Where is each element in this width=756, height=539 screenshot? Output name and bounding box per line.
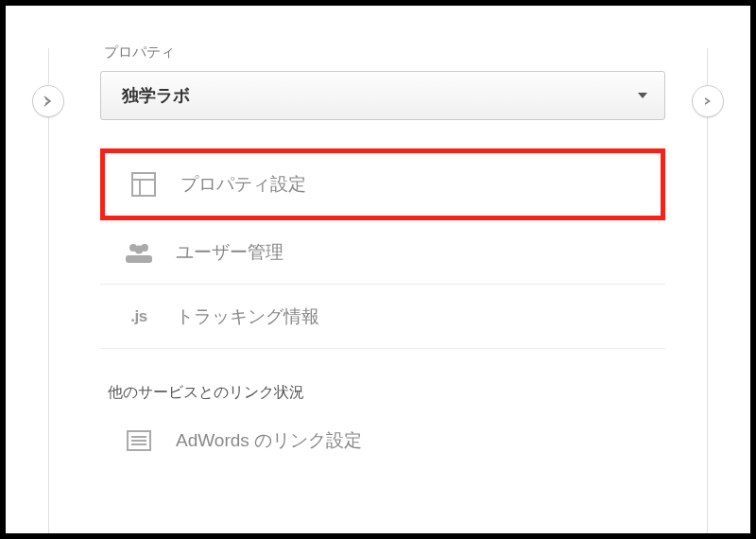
- divider-left-bottom: [48, 117, 49, 533]
- divider-left-top: [48, 48, 49, 86]
- menu-item-adwords-link[interactable]: AdWords のリンク設定: [100, 409, 665, 473]
- menu-item-property-settings[interactable]: プロパティ設定: [100, 148, 665, 220]
- menu-item-user-management[interactable]: ユーザー管理: [100, 220, 665, 285]
- menu-item-label: AdWords のリンク設定: [176, 428, 362, 453]
- svg-rect-2: [132, 173, 155, 196]
- divider-right-top: [707, 48, 708, 86]
- svg-marker-1: [705, 97, 711, 105]
- js-icon: .js: [119, 307, 159, 326]
- svg-point-7: [135, 245, 144, 253]
- layout-icon: [124, 171, 163, 198]
- menu-item-label: トラッキング情報: [176, 304, 319, 329]
- property-menu: プロパティ設定 ユーザー管理 .js トラッキング情報: [100, 148, 665, 349]
- arrow-right-icon: [42, 95, 55, 108]
- nav-next-button[interactable]: [692, 85, 724, 117]
- menu-item-label: プロパティ設定: [180, 172, 306, 197]
- property-section-label: プロパティ: [104, 43, 665, 61]
- arrow-right-icon: [701, 95, 714, 108]
- menu-item-tracking-info[interactable]: .js トラッキング情報: [100, 285, 665, 349]
- menu-item-label: ユーザー管理: [176, 240, 284, 265]
- property-selector-dropdown[interactable]: 独学ラボ: [100, 71, 665, 120]
- nav-prev-button[interactable]: [32, 85, 64, 117]
- links-section-label: 他のサービスとのリンク状況: [108, 383, 665, 403]
- document-lines-icon: [119, 429, 159, 452]
- users-icon: [119, 242, 159, 263]
- divider-right-bottom: [707, 117, 708, 533]
- svg-rect-8: [126, 255, 152, 263]
- property-selector-value: 独学ラボ: [122, 84, 190, 107]
- svg-marker-0: [45, 97, 51, 105]
- chevron-down-icon: [638, 93, 647, 98]
